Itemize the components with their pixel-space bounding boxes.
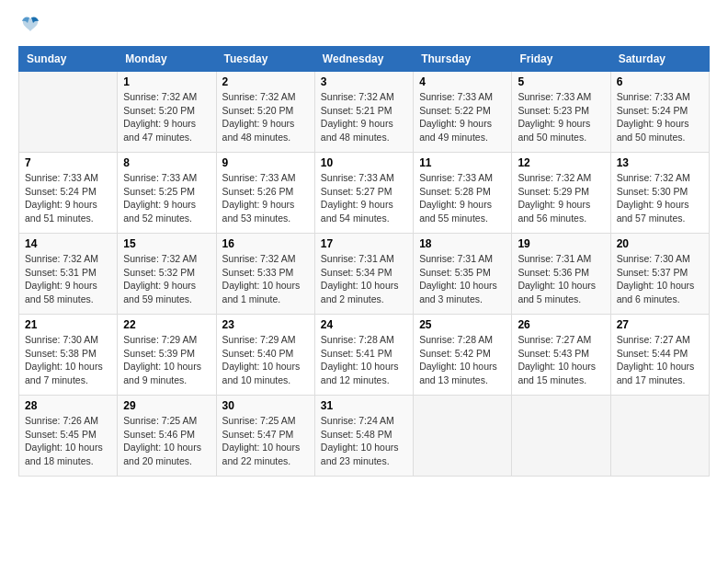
day-number: 15 bbox=[123, 237, 210, 250]
calendar-cell: 23Sunrise: 7:29 AM Sunset: 5:40 PM Dayli… bbox=[216, 315, 314, 396]
day-number: 28 bbox=[25, 399, 111, 412]
day-header-thursday: Thursday bbox=[414, 47, 512, 72]
calendar-cell: 1Sunrise: 7:32 AM Sunset: 5:20 PM Daylig… bbox=[118, 72, 216, 153]
day-number: 3 bbox=[321, 75, 407, 88]
day-number: 1 bbox=[123, 75, 210, 88]
day-number: 22 bbox=[123, 318, 210, 331]
day-info: Sunrise: 7:27 AM Sunset: 5:44 PM Dayligh… bbox=[617, 333, 703, 387]
calendar-cell: 20Sunrise: 7:30 AM Sunset: 5:37 PM Dayli… bbox=[610, 234, 709, 315]
calendar-week-2: 7Sunrise: 7:33 AM Sunset: 5:24 PM Daylig… bbox=[19, 153, 710, 234]
calendar-cell: 7Sunrise: 7:33 AM Sunset: 5:24 PM Daylig… bbox=[19, 153, 118, 234]
calendar-cell: 11Sunrise: 7:33 AM Sunset: 5:28 PM Dayli… bbox=[414, 153, 512, 234]
day-header-saturday: Saturday bbox=[610, 47, 709, 72]
calendar-cell bbox=[19, 72, 118, 153]
day-info: Sunrise: 7:33 AM Sunset: 5:25 PM Dayligh… bbox=[123, 171, 210, 225]
calendar-cell: 10Sunrise: 7:33 AM Sunset: 5:27 PM Dayli… bbox=[314, 153, 413, 234]
day-number: 5 bbox=[518, 75, 604, 88]
calendar-cell: 31Sunrise: 7:24 AM Sunset: 5:48 PM Dayli… bbox=[314, 396, 413, 477]
day-number: 13 bbox=[617, 156, 703, 169]
day-info: Sunrise: 7:25 AM Sunset: 5:46 PM Dayligh… bbox=[123, 414, 210, 468]
day-info: Sunrise: 7:33 AM Sunset: 5:26 PM Dayligh… bbox=[222, 171, 309, 225]
day-number: 14 bbox=[25, 237, 111, 250]
day-number: 27 bbox=[617, 318, 703, 331]
calendar-header: SundayMondayTuesdayWednesdayThursdayFrid… bbox=[19, 47, 710, 72]
logo-bird-icon bbox=[20, 15, 40, 40]
day-info: Sunrise: 7:32 AM Sunset: 5:29 PM Dayligh… bbox=[518, 171, 604, 225]
day-info: Sunrise: 7:32 AM Sunset: 5:21 PM Dayligh… bbox=[321, 90, 407, 144]
calendar-cell: 25Sunrise: 7:28 AM Sunset: 5:42 PM Dayli… bbox=[414, 315, 512, 396]
calendar-cell: 13Sunrise: 7:32 AM Sunset: 5:30 PM Dayli… bbox=[610, 153, 709, 234]
day-info: Sunrise: 7:32 AM Sunset: 5:31 PM Dayligh… bbox=[25, 252, 111, 306]
calendar-cell: 26Sunrise: 7:27 AM Sunset: 5:43 PM Dayli… bbox=[512, 315, 610, 396]
day-header-friday: Friday bbox=[512, 47, 610, 72]
day-number: 7 bbox=[25, 156, 111, 169]
day-info: Sunrise: 7:30 AM Sunset: 5:38 PM Dayligh… bbox=[25, 333, 111, 387]
day-info: Sunrise: 7:30 AM Sunset: 5:37 PM Dayligh… bbox=[617, 252, 703, 306]
day-header-tuesday: Tuesday bbox=[216, 47, 314, 72]
day-header-sunday: Sunday bbox=[19, 47, 118, 72]
calendar-cell: 3Sunrise: 7:32 AM Sunset: 5:21 PM Daylig… bbox=[314, 72, 413, 153]
day-number: 30 bbox=[222, 399, 309, 412]
day-number: 11 bbox=[419, 156, 506, 169]
calendar-cell bbox=[610, 396, 709, 477]
calendar-cell: 21Sunrise: 7:30 AM Sunset: 5:38 PM Dayli… bbox=[19, 315, 118, 396]
day-number: 21 bbox=[25, 318, 111, 331]
day-number: 29 bbox=[123, 399, 210, 412]
calendar-cell: 19Sunrise: 7:31 AM Sunset: 5:36 PM Dayli… bbox=[512, 234, 610, 315]
calendar-cell: 8Sunrise: 7:33 AM Sunset: 5:25 PM Daylig… bbox=[118, 153, 216, 234]
day-info: Sunrise: 7:32 AM Sunset: 5:20 PM Dayligh… bbox=[123, 90, 210, 144]
day-info: Sunrise: 7:29 AM Sunset: 5:39 PM Dayligh… bbox=[123, 333, 210, 387]
day-header-monday: Monday bbox=[118, 47, 216, 72]
calendar-cell: 12Sunrise: 7:32 AM Sunset: 5:29 PM Dayli… bbox=[512, 153, 610, 234]
day-info: Sunrise: 7:33 AM Sunset: 5:24 PM Dayligh… bbox=[617, 90, 703, 144]
day-info: Sunrise: 7:31 AM Sunset: 5:34 PM Dayligh… bbox=[321, 252, 407, 306]
calendar-week-3: 14Sunrise: 7:32 AM Sunset: 5:31 PM Dayli… bbox=[19, 234, 710, 315]
day-number: 4 bbox=[419, 75, 506, 88]
calendar-cell: 5Sunrise: 7:33 AM Sunset: 5:23 PM Daylig… bbox=[512, 72, 610, 153]
day-number: 16 bbox=[222, 237, 309, 250]
day-info: Sunrise: 7:31 AM Sunset: 5:36 PM Dayligh… bbox=[518, 252, 604, 306]
day-info: Sunrise: 7:25 AM Sunset: 5:47 PM Dayligh… bbox=[222, 414, 309, 468]
calendar-table: SundayMondayTuesdayWednesdayThursdayFrid… bbox=[18, 46, 710, 477]
calendar-cell: 30Sunrise: 7:25 AM Sunset: 5:47 PM Dayli… bbox=[216, 396, 314, 477]
day-info: Sunrise: 7:33 AM Sunset: 5:28 PM Dayligh… bbox=[419, 171, 506, 225]
day-info: Sunrise: 7:24 AM Sunset: 5:48 PM Dayligh… bbox=[321, 414, 407, 468]
day-info: Sunrise: 7:32 AM Sunset: 5:30 PM Dayligh… bbox=[617, 171, 703, 225]
calendar-week-5: 28Sunrise: 7:26 AM Sunset: 5:45 PM Dayli… bbox=[19, 396, 710, 477]
calendar-cell: 29Sunrise: 7:25 AM Sunset: 5:46 PM Dayli… bbox=[118, 396, 216, 477]
day-number: 31 bbox=[321, 399, 407, 412]
day-number: 8 bbox=[123, 156, 210, 169]
calendar-cell: 24Sunrise: 7:28 AM Sunset: 5:41 PM Dayli… bbox=[314, 315, 413, 396]
day-number: 9 bbox=[222, 156, 309, 169]
calendar-cell: 14Sunrise: 7:32 AM Sunset: 5:31 PM Dayli… bbox=[19, 234, 118, 315]
calendar-cell: 18Sunrise: 7:31 AM Sunset: 5:35 PM Dayli… bbox=[414, 234, 512, 315]
calendar-cell: 4Sunrise: 7:33 AM Sunset: 5:22 PM Daylig… bbox=[414, 72, 512, 153]
calendar-cell: 16Sunrise: 7:32 AM Sunset: 5:33 PM Dayli… bbox=[216, 234, 314, 315]
day-number: 12 bbox=[518, 156, 604, 169]
day-number: 26 bbox=[518, 318, 604, 331]
calendar-cell: 2Sunrise: 7:32 AM Sunset: 5:20 PM Daylig… bbox=[216, 72, 314, 153]
calendar-cell: 15Sunrise: 7:32 AM Sunset: 5:32 PM Dayli… bbox=[118, 234, 216, 315]
day-info: Sunrise: 7:31 AM Sunset: 5:35 PM Dayligh… bbox=[419, 252, 506, 306]
header bbox=[18, 15, 710, 37]
calendar-cell: 22Sunrise: 7:29 AM Sunset: 5:39 PM Dayli… bbox=[118, 315, 216, 396]
day-info: Sunrise: 7:33 AM Sunset: 5:27 PM Dayligh… bbox=[321, 171, 407, 225]
calendar-cell: 6Sunrise: 7:33 AM Sunset: 5:24 PM Daylig… bbox=[610, 72, 709, 153]
day-info: Sunrise: 7:32 AM Sunset: 5:32 PM Dayligh… bbox=[123, 252, 210, 306]
day-number: 6 bbox=[617, 75, 703, 88]
day-info: Sunrise: 7:32 AM Sunset: 5:20 PM Dayligh… bbox=[222, 90, 309, 144]
day-header-wednesday: Wednesday bbox=[314, 47, 413, 72]
calendar-week-1: 1Sunrise: 7:32 AM Sunset: 5:20 PM Daylig… bbox=[19, 72, 710, 153]
day-info: Sunrise: 7:33 AM Sunset: 5:22 PM Dayligh… bbox=[419, 90, 506, 144]
day-info: Sunrise: 7:28 AM Sunset: 5:41 PM Dayligh… bbox=[321, 333, 407, 387]
calendar-cell: 17Sunrise: 7:31 AM Sunset: 5:34 PM Dayli… bbox=[314, 234, 413, 315]
day-number: 17 bbox=[321, 237, 407, 250]
day-info: Sunrise: 7:27 AM Sunset: 5:43 PM Dayligh… bbox=[518, 333, 604, 387]
day-info: Sunrise: 7:33 AM Sunset: 5:24 PM Dayligh… bbox=[25, 171, 111, 225]
day-number: 25 bbox=[419, 318, 506, 331]
calendar-cell bbox=[414, 396, 512, 477]
day-info: Sunrise: 7:29 AM Sunset: 5:40 PM Dayligh… bbox=[222, 333, 309, 387]
calendar-cell: 9Sunrise: 7:33 AM Sunset: 5:26 PM Daylig… bbox=[216, 153, 314, 234]
calendar-cell: 27Sunrise: 7:27 AM Sunset: 5:44 PM Dayli… bbox=[610, 315, 709, 396]
day-number: 19 bbox=[518, 237, 604, 250]
